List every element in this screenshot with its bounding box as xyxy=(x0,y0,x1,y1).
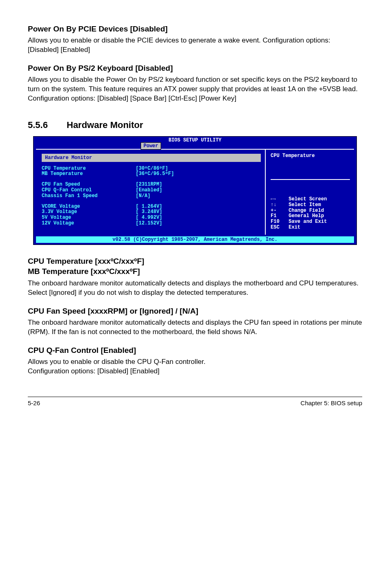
bios-left-panel: Hardware Monitor CPU Temperature[30ºC/86… xyxy=(36,150,265,235)
text-ps2: Allows you to disable the Power On by PS… xyxy=(28,75,362,103)
footer-page-number: 5-26 xyxy=(28,399,40,406)
bios-row[interactable]: 5V Voltage[ 4.992V] xyxy=(42,215,261,221)
bios-row[interactable]: 12V Voltage[12.152V] xyxy=(42,221,261,227)
bios-panel-title: Hardware Monitor xyxy=(42,154,261,162)
bios-group-temps: CPU Temperature[30ºC/86ºF] MB Temperatur… xyxy=(42,166,261,177)
bios-row[interactable]: 3.3V Voltage[ 3.248V] xyxy=(42,209,261,215)
text-cputemp: The onboard hardware monitor automatical… xyxy=(28,279,362,298)
heading-hw-monitor: 5.5.6Hardware Monitor xyxy=(28,120,362,130)
bios-row[interactable]: MB Temperature[36ºC/96.5ºF] xyxy=(42,171,261,177)
page-footer: 5-26 Chapter 5: BIOS setup xyxy=(28,397,362,406)
bios-key-row: +-Change Field xyxy=(271,208,350,214)
bios-right-panel: CPU Temperature ←→Select Screen ↑↓Select… xyxy=(265,150,354,235)
text-pcie: Allows you to enable or disable the PCIE… xyxy=(28,36,362,55)
heading-cputemp: CPU Temperature [xxxºC/xxxºF] MB Tempera… xyxy=(28,256,362,276)
heading-ps2: Power On By PS/2 Keyboard [Disabled] xyxy=(28,64,362,73)
heading-number: 5.5.6 xyxy=(28,120,67,130)
bios-key-row: ↑↓Select Item xyxy=(271,202,350,208)
bios-key-row: F10Save and Exit xyxy=(271,219,350,225)
heading-title: Hardware Monitor xyxy=(67,120,143,130)
bios-group-fans: CPU Fan Speed[2311RPM] CPU Q-Fan Control… xyxy=(42,182,261,199)
bios-row[interactable]: CPU Q-Fan Control[Enabled] xyxy=(42,188,261,193)
bios-key-row: ESCExit xyxy=(271,225,350,231)
heading-pcie: Power On By PCIE Devices [Disabled] xyxy=(28,25,362,34)
arrow-lr-icon: ←→ xyxy=(271,197,289,202)
bios-title: BIOS SETUP UTILITY xyxy=(34,137,356,143)
bios-help-title: CPU Temperature xyxy=(271,153,350,180)
bios-footer: v02.58 (C)Copyright 1985-2007, American … xyxy=(36,236,354,243)
arrow-ud-icon: ↑↓ xyxy=(271,202,289,208)
bios-row[interactable]: CPU Fan Speed[2311RPM] xyxy=(42,182,261,188)
text-fanspeed: The onboard hardware monitor automatical… xyxy=(28,318,362,337)
bios-key-help: ←→Select Screen ↑↓Select Item +-Change F… xyxy=(271,197,350,231)
bios-tab-power[interactable]: Power xyxy=(141,142,161,150)
text-qfan: Allows you to enable or disable the CPU … xyxy=(28,357,362,376)
heading-qfan: CPU Q-Fan Control [Enabled] xyxy=(28,346,362,355)
footer-chapter: Chapter 5: BIOS setup xyxy=(300,399,362,406)
bios-window: BIOS SETUP UTILITY Power Hardware Monito… xyxy=(33,136,357,245)
heading-fanspeed: CPU Fan Speed [xxxxRPM] or [Ignored] / [… xyxy=(28,307,362,316)
bios-row[interactable]: VCORE Voltage[ 1.264V] xyxy=(42,204,261,210)
bios-group-voltages: VCORE Voltage[ 1.264V] 3.3V Voltage[ 3.2… xyxy=(42,204,261,227)
bios-row[interactable]: Chassis Fan 1 Speed[N/A] xyxy=(42,193,261,199)
bios-key-row: ←→Select Screen xyxy=(271,197,350,202)
bios-row[interactable]: CPU Temperature[30ºC/86ºF] xyxy=(42,166,261,172)
bios-key-row: F1General Help xyxy=(271,213,350,219)
